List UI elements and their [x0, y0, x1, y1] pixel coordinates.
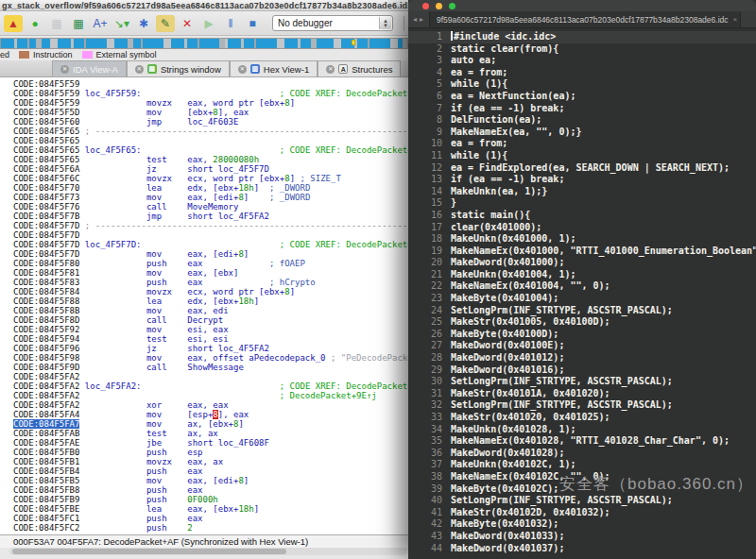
asm-line[interactable]: CODE:084F5F60 jmp loc_4F603E	[13, 117, 408, 127]
code-line[interactable]: 23MakeByte(0x401004);	[408, 293, 756, 305]
asm-line[interactable]: CODE:084F5F88 lea edx, [ebx+18h]	[13, 296, 408, 306]
asm-line[interactable]: CODE:084F5F76 call MoveMemory	[13, 202, 408, 212]
tab-forward-icon[interactable]: ▸	[420, 15, 423, 24]
tab-close-icon[interactable]: ✕	[135, 65, 144, 74]
code-line[interactable]: 35MakeNameEx(0x401028, "RTTI_401028_Char…	[408, 435, 756, 448]
code-line[interactable]: 40SetLongPrm(INF_STRTYPE, ASCSTR_PASCAL)…	[408, 495, 756, 507]
zoom-window-icon[interactable]	[449, 3, 455, 9]
code-line[interactable]: 6ea = NextFunction(ea);	[408, 91, 756, 103]
asm-line[interactable]: CODE:084F5F94 test esi, esi	[13, 334, 408, 344]
tab-back-icon[interactable]: ◂	[413, 15, 417, 24]
tab-structures[interactable]: ✕AStructures	[318, 60, 401, 76]
code-line[interactable]: 34MakeUnkn(0x401028, 1);	[408, 424, 756, 436]
code-line[interactable]: 24SetLongPrm(INF_STRTYPE, ASCSTR_PASCAL)…	[408, 305, 756, 317]
edit-icon[interactable]: ✎	[156, 15, 175, 32]
plugin-icon[interactable]: ✱	[134, 15, 153, 32]
close-window-icon[interactable]	[422, 3, 429, 9]
code-line[interactable]: 18MakeUnkn(0x401000, 1);	[408, 233, 756, 246]
stop-debugger-icon[interactable]: ■	[243, 15, 262, 32]
asm-line[interactable]: CODE:084F5F80 push eax ; fOAEP	[13, 259, 408, 268]
asm-line[interactable]: CODE:084F5F65	[13, 136, 408, 145]
tab-close-icon[interactable]: ×	[733, 15, 738, 24]
horizontal-scrollbar[interactable]	[9, 548, 406, 555]
code-line[interactable]: 15}	[408, 197, 756, 210]
asm-line[interactable]: CODE:084F5F6A jz short loc_4F5F7D	[13, 164, 408, 174]
asm-line[interactable]: CODE:084F5FA2 ; DecodePacket+9E↑j	[13, 391, 408, 400]
add-name-icon[interactable]: A+	[91, 15, 110, 32]
code-line[interactable]: 13if (ea == -1) break;	[408, 174, 756, 186]
code-line[interactable]: 3auto ea;	[408, 55, 756, 67]
code-line[interactable]: 12ea = FindExplored(ea, SEARCH_DOWN | SE…	[408, 162, 756, 175]
debugger-select[interactable]: No debugger ▲▼	[272, 15, 393, 31]
editor-titlebar[interactable]	[408, 0, 756, 11]
asm-line[interactable]: CODE:084F5FC1 push eax	[13, 514, 408, 523]
analysis-indicator-icon[interactable]: ●	[26, 15, 44, 32]
asm-line[interactable]: CODE:084F5FA7 mov ax, [ebx+8]	[13, 419, 408, 429]
code-line[interactable]: 14MakeUnkn(ea, 1);}	[408, 186, 756, 198]
asm-line[interactable]: CODE:084F5FC2 push 2	[13, 523, 408, 533]
run-debugger-icon[interactable]: ▶	[199, 15, 218, 32]
code-line[interactable]: 7if (ea == -1) break;	[408, 103, 756, 115]
asm-line[interactable]: CODE:084F5F59	[13, 79, 408, 89]
asm-line[interactable]: CODE:084F5F8D call Decrypt	[13, 315, 408, 325]
asm-line[interactable]: CODE:084F5F7D	[13, 230, 408, 240]
code-line[interactable]: 32SetLongPrm(INF_STRTYPE, ASCSTR_PASCAL)…	[408, 399, 756, 412]
asm-line[interactable]: CODE:084F5F65 ; ------------------------…	[13, 127, 408, 136]
pause-debugger-icon[interactable]: ‖	[221, 15, 240, 32]
asm-line[interactable]: CODE:084F5F83 push eax ; hCrypto	[13, 278, 408, 287]
editor-file-tab[interactable]: 9f59a606c57217d98a5eea6846c8113aca07b203…	[429, 11, 741, 27]
asm-line[interactable]: CODE:084F5F5D mov [ebx+8], eax	[13, 108, 408, 117]
code-line[interactable]: 17clear(0x401000);	[408, 222, 756, 234]
scrollbar-thumb[interactable]	[12, 549, 286, 554]
code-line[interactable]: 37MakeUnkn(0x40102C, 1);	[408, 459, 756, 471]
tab-close-icon[interactable]: ✕	[238, 65, 247, 74]
asm-line[interactable]: CODE:084F5F81 mov eax, [ebx]	[13, 268, 408, 278]
asm-line[interactable]: CODE:084F5FA4 mov [esp+8], eax	[13, 410, 408, 419]
warning-triangle-icon[interactable]: ▲	[4, 15, 23, 32]
asm-line[interactable]: CODE:084F5F9D call ShowMessage	[13, 363, 408, 372]
asm-line[interactable]: CODE:084F5F7D mov eax, [edi+8]	[13, 249, 408, 259]
combo-stepper-icon[interactable]: ▲▼	[379, 17, 391, 29]
asm-line[interactable]: CODE:084F5FAE jbe short loc_4F608F	[13, 438, 408, 448]
minimize-window-icon[interactable]	[436, 3, 442, 9]
code-line[interactable]: 33MakeStr(0x401020, 0x401025);	[408, 412, 756, 424]
code-line[interactable]: 36MakeDword(0x401028);	[408, 448, 756, 460]
tab-strings-window[interactable]: ✕▤Strings window	[127, 60, 230, 76]
asm-line[interactable]: CODE:084F5F7B jmp short loc_4F5FA2	[13, 212, 408, 221]
code-line[interactable]: 16static main(){	[408, 210, 756, 222]
asm-line[interactable]: CODE:084F5FB4 push eax	[13, 466, 408, 476]
asm-line[interactable]: CODE:084F5F96 jz short loc_4F5FA2	[13, 344, 408, 353]
asm-line[interactable]: CODE:084F5FB0 push esp	[13, 448, 408, 457]
code-line[interactable]: 9MakeNameEx(ea, "", 0);}	[408, 127, 756, 139]
code-line[interactable]: 42MakeByte(0x401032);	[408, 518, 756, 531]
code-line[interactable]: 10ea = from;	[408, 138, 756, 150]
add-struct-icon[interactable]: ▦	[69, 15, 88, 32]
asm-line[interactable]: CODE:084F5FBE lea eax, [ebx+18h]	[13, 504, 408, 514]
tab-hex-view-1[interactable]: ✕▥Hex View-1	[230, 60, 318, 76]
asm-line[interactable]: CODE:084F5FA2 xor eax, eax	[13, 400, 408, 410]
tab-close-icon[interactable]: ✕	[326, 65, 335, 74]
navigation-band[interactable]	[0, 38, 408, 49]
jump-icon[interactable]: ↘▾	[112, 15, 131, 32]
code-line[interactable]: 30SetLongPrm(INF_STRTYPE, ASCSTR_PASCAL)…	[408, 376, 756, 388]
asm-line[interactable]: CODE:084F5F6C movzx ecx, word ptr [ebx+8…	[13, 174, 408, 183]
asm-line[interactable]: CODE:084F5F70 lea edx, [ebx+18h] ; _DWOR…	[13, 183, 408, 193]
asm-line[interactable]: CODE:084F5FB9 push 0F000h	[13, 495, 408, 504]
code-line[interactable]: 21MakeUnkn(0x401004, 1);	[408, 269, 756, 281]
code-line[interactable]: 26MakeByte(0x40100D);	[408, 329, 756, 341]
code-line[interactable]: 27MakeDword(0x40100E);	[408, 340, 756, 352]
code-line[interactable]: 8DelFunction(ea);	[408, 114, 756, 127]
code-line[interactable]: 1#include <idc.idc>	[408, 31, 756, 43]
cancel-icon[interactable]: ✕	[178, 15, 197, 32]
code-line[interactable]: 5while (1){	[408, 78, 756, 91]
asm-line[interactable]: CODE:084F5F8B mov eax, edi	[13, 306, 408, 315]
code-line[interactable]: 41MakeStr(0x40102D, 0x401032);	[408, 507, 756, 519]
asm-line[interactable]: CODE:084F5FB5 mov eax, [edi+8]	[13, 476, 408, 485]
asm-line[interactable]: CODE:084F5FA2 loc_4F5FA2: ; CODE XREF: D…	[13, 381, 408, 391]
asm-line[interactable]: CODE:084F5F84 movzx ecx, word ptr [ebx+8…	[13, 287, 408, 296]
asm-line[interactable]: CODE:084F5F65 test eax, 28000080h	[13, 155, 408, 164]
asm-line[interactable]: CODE:084F5FA2	[13, 372, 408, 381]
code-line[interactable]: 4ea = from;	[408, 67, 756, 79]
tab-close-icon[interactable]: ✕	[60, 65, 69, 74]
struct-icon[interactable]: ▦	[47, 15, 66, 32]
